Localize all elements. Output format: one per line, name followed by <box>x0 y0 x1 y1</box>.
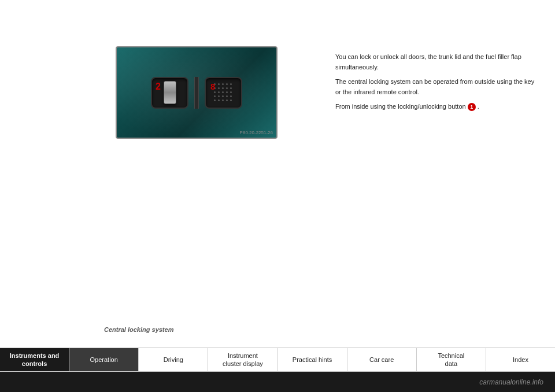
separator-bar <box>194 77 199 109</box>
dot <box>218 87 220 89</box>
dot <box>218 99 220 101</box>
footer-text: carmanualonline.info <box>479 378 543 386</box>
nav-item-instruments[interactable]: Instruments and controls <box>0 348 69 371</box>
text-block-2: The central locking system can be operat… <box>335 77 538 97</box>
dot <box>218 91 220 93</box>
nav-item-driving[interactable]: Driving <box>139 348 208 371</box>
section-label: Central locking system <box>104 326 173 333</box>
dial-left-number: 2 <box>156 82 161 92</box>
dot <box>230 87 232 89</box>
nav-item-operation[interactable]: Operation <box>69 348 139 371</box>
dot <box>222 91 224 93</box>
image-container: 2 8 <box>116 46 278 145</box>
dial-left: 2 <box>151 77 188 109</box>
dial-right-number: 8 <box>210 82 215 91</box>
control-panel: 2 8 <box>151 77 242 109</box>
car-image: 2 8 <box>116 46 278 139</box>
dot <box>218 83 220 85</box>
dot <box>222 95 224 97</box>
text-block-3: From inside using the locking/unlocking … <box>335 102 538 112</box>
text-paragraph-1: You can lock or unlock all doors, the tr… <box>335 52 538 72</box>
text-block-1: You can lock or unlock all doors, the tr… <box>335 52 538 72</box>
dot <box>230 99 232 101</box>
footer-area: carmanualonline.info <box>0 372 555 392</box>
dot <box>226 99 228 101</box>
dot <box>214 95 216 97</box>
dot <box>222 83 224 85</box>
text-paragraph-2: The central locking system can be operat… <box>335 77 538 97</box>
nav-bar: Instruments and controls Operation Drivi… <box>0 347 555 372</box>
right-text-area: You can lock or unlock all doors, the tr… <box>335 52 538 117</box>
image-code: P80.20-2251-26 <box>240 130 273 135</box>
main-content: 2 8 <box>0 0 555 341</box>
dot <box>222 87 224 89</box>
nav-item-index[interactable]: Index <box>486 348 555 371</box>
dot <box>230 95 232 97</box>
dot <box>230 83 232 85</box>
nav-item-car-care[interactable]: Car care <box>347 348 417 371</box>
dot <box>230 91 232 93</box>
dial-right: 8 <box>205 77 242 109</box>
dot <box>226 83 228 85</box>
nav-item-practical-hints[interactable]: Practical hints <box>278 348 347 371</box>
nav-item-instrument-cluster[interactable]: Instrumentcluster display <box>208 348 278 371</box>
marker-1: 1 <box>468 103 476 111</box>
dot <box>214 99 216 101</box>
text-paragraph-3: From inside using the locking/unlocking … <box>335 102 538 112</box>
dial-center-slider <box>164 81 176 104</box>
dot <box>226 95 228 97</box>
dot <box>214 91 216 93</box>
nav-item-technical-data[interactable]: Technicaldata <box>417 348 486 371</box>
dot <box>218 95 220 97</box>
dot <box>226 91 228 93</box>
dot <box>226 87 228 89</box>
dot <box>222 99 224 101</box>
dot-grid <box>214 83 233 102</box>
